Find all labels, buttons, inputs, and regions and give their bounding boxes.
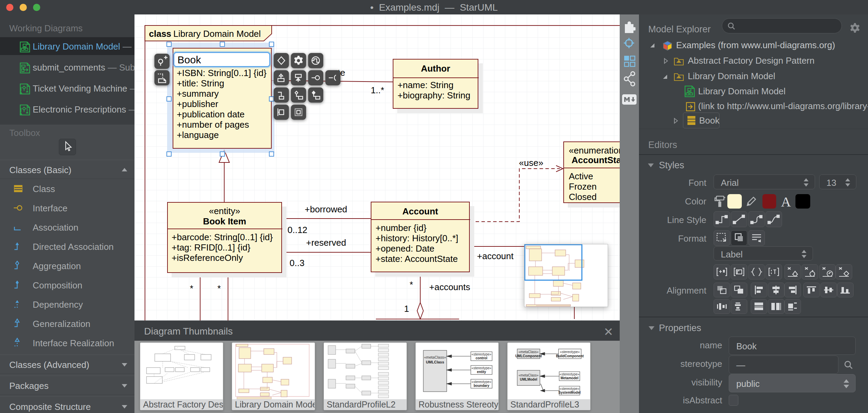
svg-text:«stereotype»: «stereotype» [471, 352, 491, 356]
svg-text:control: control [476, 356, 487, 360]
svg-text:boundary: boundary [474, 384, 489, 388]
svg-text:«metaClass»: «metaClass» [519, 350, 539, 354]
svg-text:«stereotype»: «stereotype» [471, 380, 491, 384]
svg-text:UMLComponent: UMLComponent [515, 354, 542, 358]
svg-text:«metaClass»: «metaClass» [424, 355, 446, 359]
svg-text:Metamodel: Metamodel [561, 376, 578, 380]
svg-text:BuildComponent: BuildComponent [556, 354, 584, 358]
svg-text:UMLClass: UMLClass [426, 360, 444, 364]
svg-text:SystemModel: SystemModel [558, 391, 581, 394]
svg-text:«stereotype»: «stereotype» [560, 350, 580, 354]
svg-text:Library Domain Model: Library Domain Model [173, 29, 261, 39]
svg-text:UMLModel: UMLModel [520, 378, 538, 381]
svg-text:«stereotype»: «stereotype» [560, 387, 579, 391]
svg-text:«metaClass»: «metaClass» [519, 373, 539, 377]
svg-text:entity: entity [477, 370, 486, 374]
svg-text:«stereotype»: «stereotype» [471, 366, 491, 370]
svg-text:«stereotype»: «stereotype» [560, 372, 579, 376]
svg-text:class: class [149, 29, 171, 39]
